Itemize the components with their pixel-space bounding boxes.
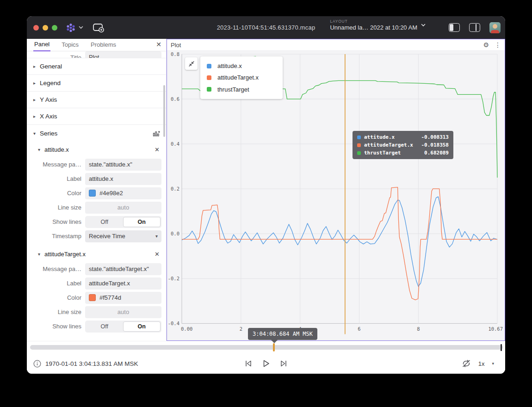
color-hex-value: #4e98e2 [99,190,123,197]
right-sidebar-toggle-icon[interactable] [469,23,480,32]
app-window: 2023-11-10T04:51:45.631370.mcap LAYOUT U… [27,16,505,374]
plot-legend: attitude.x attitudeTarget.x thrustTarget [200,56,283,99]
current-timestamp: 1970-01-01 3:04:13.831 AM MSK [45,360,138,367]
remove-series-icon[interactable]: ✕ [154,145,161,154]
message-path-input[interactable]: state."attitude.x" [85,159,161,171]
avatar-face [493,24,497,29]
field-row-show-lines: Show lines Off On [27,215,166,229]
remove-series-icon[interactable]: ✕ [154,250,161,259]
svg-text:0.2: 0.2 [171,186,179,191]
field-row-message-path: Message pa… state."attitude.x" [27,157,166,172]
svg-text:-0.4: -0.4 [168,321,179,326]
legend-item-attitude-x[interactable]: attitude.x [200,62,283,69]
chevron-down-icon[interactable]: ▾ [492,361,494,366]
panel-menu-kebab-icon[interactable]: ⋮ [495,42,501,48]
legend-item-thrust-target[interactable]: thrustTarget [200,86,283,93]
settings-sidebar: Panel Topics Problems ✕ Title Plot ▸Gene… [27,39,167,341]
show-lines-on-button[interactable]: On [123,321,161,332]
field-label: Message pa… [27,161,81,168]
show-lines-off-button[interactable]: Off [86,217,123,227]
svg-text:0.0: 0.0 [171,231,179,236]
legend-item-attitude-target-x[interactable]: attitudeTarget.x [200,74,283,81]
desktop-background: 2023-11-10T04:51:45.631370.mcap LAYOUT U… [0,0,532,407]
timeline-playhead[interactable] [273,343,275,352]
seek-backward-button[interactable] [244,359,253,368]
layout-picker[interactable]: LAYOUT Unnamed la… 2022 at 10:20 AM [330,19,426,31]
show-lines-off-button[interactable]: Off [86,321,123,332]
series-header-attitude-target-x[interactable]: ▾ attitudeTarget.x ✕ [27,246,166,262]
legend-collapse-button[interactable] [185,57,198,70]
show-lines-toggle: Off On [85,216,161,228]
line-size-input[interactable]: auto [85,202,161,214]
message-path-input[interactable]: state."attitudeTarget.x" [85,263,161,275]
tab-topics[interactable]: Topics [61,39,80,51]
timeline-end-marker [501,344,502,351]
layout-label: LAYOUT [330,19,417,24]
section-series[interactable]: ▾Series [27,125,166,142]
chevron-right-icon: ▸ [33,114,40,119]
play-button[interactable] [262,359,270,368]
plot-panel: Plot ⚙ ⋮ 0.80.60.40.20.0-0.2-0.40.002468… [167,39,505,341]
color-input[interactable]: #4e98e2 [85,187,161,199]
timestamp-select[interactable]: Receive Time ▾ [85,230,161,242]
svg-text:0.00: 0.00 [181,326,192,332]
svg-text:8: 8 [417,326,420,332]
section-general[interactable]: ▸General [27,58,166,75]
playback-speed-button[interactable]: 1x [478,360,485,367]
app-menu-button[interactable] [66,23,83,33]
minimize-window-button[interactable] [43,25,48,31]
playback-bar: 1970-01-01 3:04:13.831 AM MSK [27,341,505,374]
close-window-button[interactable] [33,25,39,31]
close-sidebar-icon[interactable]: ✕ [156,41,161,48]
series-header-attitude-x[interactable]: ▾ attitude.x ✕ [27,142,166,157]
field-row-line-size: Line size auto [27,305,166,319]
svg-text:0.8: 0.8 [171,51,179,57]
chevron-down-icon [79,26,83,29]
color-swatch[interactable] [89,294,96,301]
foxglove-logo-icon [66,23,76,33]
sidebar-tabbar: Panel Topics Problems ✕ [27,39,166,51]
chevron-down-icon [421,24,426,27]
chevron-right-icon: ▸ [33,80,40,86]
layout-name: Unnamed la… 2022 at 10:20 AM [330,24,417,31]
legend-label: thrustTarget [217,86,249,93]
svg-text:0.4: 0.4 [171,141,179,147]
field-label: Label [27,175,81,182]
title-field-input[interactable]: Plot [85,51,161,58]
title-field-label: Title [27,54,81,59]
color-swatch[interactable] [89,190,96,197]
field-row-timestamp: Timestamp Receive Time ▾ [27,229,166,243]
zoom-window-button[interactable] [52,25,57,31]
section-legend[interactable]: ▸Legend [27,75,166,92]
chevron-down-icon: ▾ [33,131,40,136]
timeline-scrubber[interactable] [30,345,503,350]
panel-title: Plot [171,42,181,49]
sidebar-scrollbar[interactable] [163,85,165,137]
avatar[interactable] [489,22,501,33]
field-label: Color [27,190,81,197]
tab-panel[interactable]: Panel [33,39,50,51]
section-y-axis[interactable]: ▸Y Axis [27,92,166,108]
add-panel-button[interactable] [93,23,105,33]
tab-problems[interactable]: Problems [90,39,117,51]
color-input[interactable]: #f5774d [85,292,161,304]
title-field-row-clipped: Title Plot [27,51,166,58]
line-size-input[interactable]: auto [85,306,161,318]
field-label: Message pa… [27,265,81,272]
hover-time-badge: 3:04:08.684 AM MSK [248,328,317,340]
field-label: Line size [27,204,81,211]
show-lines-on-button[interactable]: On [123,217,161,227]
label-input[interactable]: attitude.x [85,173,161,185]
label-input[interactable]: attitudeTarget.x [85,278,161,290]
seek-forward-button[interactable] [279,359,288,368]
left-sidebar-toggle-icon[interactable] [449,23,460,32]
loop-off-icon[interactable] [462,359,471,368]
section-x-axis[interactable]: ▸X Axis [27,108,166,125]
field-label: Timestamp [27,233,81,240]
info-icon[interactable] [33,360,41,368]
add-series-icon[interactable] [153,130,161,137]
panel-settings-gear-icon[interactable]: ⚙ [483,42,489,48]
chevron-down-icon: ▾ [38,147,44,152]
traffic-lights [33,25,57,31]
legend-swatch [207,87,211,92]
